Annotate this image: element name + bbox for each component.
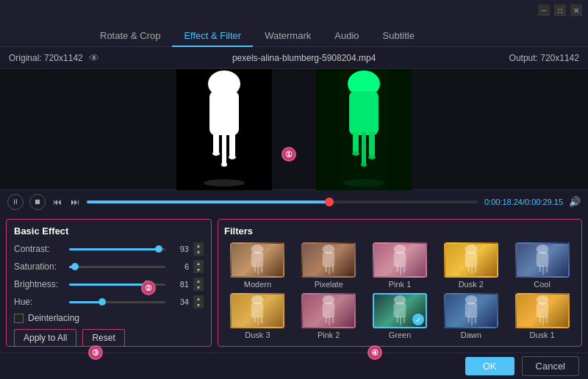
filter-label: Cool: [534, 280, 551, 289]
filter-item-pink-1[interactable]: Pink 1: [367, 242, 434, 289]
svg-rect-57: [261, 316, 263, 323]
filter-label: Green: [389, 331, 412, 339]
brightness-slider-container: 81 ▲ ▼: [69, 278, 204, 291]
prev-frame-button[interactable]: ⏮: [51, 195, 63, 209]
svg-rect-78: [536, 303, 548, 317]
maximize-button[interactable]: □: [554, 4, 566, 16]
svg-rect-73: [467, 316, 470, 322]
brightness-increment[interactable]: ▲: [193, 278, 204, 284]
saturation-slider[interactable]: [69, 266, 165, 268]
minimize-button[interactable]: ─: [538, 4, 550, 16]
contrast-label: Contrast:: [14, 244, 69, 254]
contrast-value: 93: [168, 245, 189, 253]
filename: pexels-alina-blumberg-5908204.mp4: [232, 53, 376, 63]
tab-audio[interactable]: Audio: [323, 26, 370, 47]
brightness-row: Brightness: 81 ▲ ▼: [14, 278, 204, 291]
filter-item-pink-2[interactable]: Pink 2: [295, 293, 362, 339]
hue-slider[interactable]: [69, 301, 165, 303]
svg-rect-4: [222, 131, 226, 165]
original-resolution: Original: 720x1142: [9, 53, 83, 63]
contrast-stepper: ▲ ▼: [193, 242, 204, 256]
svg-rect-56: [257, 316, 259, 325]
svg-point-6: [212, 151, 220, 156]
saturation-stepper: ▲ ▼: [193, 260, 204, 273]
brightness-decrement[interactable]: ▼: [193, 284, 204, 291]
brightness-label: Brightness:: [14, 279, 69, 289]
svg-rect-3: [213, 131, 219, 154]
filter-thumb: ✓: [373, 293, 427, 328]
hue-fill: [69, 301, 102, 303]
svg-rect-44: [471, 265, 473, 275]
filter-item-cool[interactable]: Cool: [509, 242, 576, 289]
svg-rect-60: [323, 303, 335, 317]
filter-item-dusk-2[interactable]: Dusk 2: [437, 242, 504, 289]
reset-button[interactable]: Reset: [82, 329, 124, 347]
stop-button[interactable]: ⏹: [29, 194, 46, 210]
time-display: 0:00:18.24/0:00:29.15: [484, 198, 563, 206]
footer: OK Cancel: [0, 353, 588, 379]
filter-item-pixelate[interactable]: Pixelate: [295, 242, 362, 289]
svg-point-18: [368, 155, 376, 159]
contrast-thumb: [155, 245, 162, 253]
filters-grid: Modern Pixelate Pink 1 Dusk 2: [224, 242, 576, 339]
saturation-increment[interactable]: ▲: [193, 260, 204, 267]
action-buttons: Apply to All Reset: [14, 329, 204, 347]
brightness-value: 81: [168, 280, 189, 289]
hue-increment[interactable]: ▲: [193, 295, 204, 302]
ok-button[interactable]: OK: [465, 357, 514, 375]
svg-rect-48: [536, 252, 548, 267]
saturation-decrement[interactable]: ▼: [193, 267, 204, 273]
annotation-4: ④: [368, 345, 382, 360]
hue-decrement[interactable]: ▼: [193, 302, 204, 308]
filter-label: Dusk 1: [529, 331, 554, 339]
tabs-bar: Rotate & Crop Effect & Filter Watermark …: [0, 21, 588, 47]
filter-selected-check: ✓: [412, 314, 424, 325]
brightness-fill: [69, 284, 147, 286]
deinterlacing-checkbox[interactable]: [14, 314, 24, 323]
deinterlacing-row: Deinterlacing: [14, 313, 204, 323]
eye-icon[interactable]: 👁: [89, 52, 99, 64]
filter-item-dawn[interactable]: Dawn: [437, 293, 504, 339]
tab-watermark[interactable]: Watermark: [253, 26, 323, 47]
filter-item-dusk-3[interactable]: Dusk 3: [224, 293, 291, 339]
contrast-slider[interactable]: [69, 248, 165, 250]
file-info-bar: Original: 720x1142 👁 pexels-alina-blumbe…: [0, 47, 588, 69]
svg-rect-30: [323, 252, 335, 267]
filter-item-modern[interactable]: Modern: [224, 242, 291, 289]
progress-bar[interactable]: [87, 201, 478, 203]
svg-rect-33: [332, 265, 334, 272]
cancel-button[interactable]: Cancel: [522, 356, 579, 376]
svg-rect-32: [329, 265, 330, 275]
saturation-thumb: [71, 263, 79, 270]
contrast-decrement[interactable]: ▼: [193, 249, 204, 256]
next-frame-button[interactable]: ⏭: [69, 195, 81, 209]
annotation-1: ①: [282, 147, 296, 162]
svg-rect-37: [396, 265, 398, 272]
svg-rect-38: [400, 265, 401, 275]
svg-rect-43: [467, 265, 470, 272]
saturation-row: Saturation: 6 ▲ ▼: [14, 260, 204, 273]
filter-item-green[interactable]: ✓Green: [367, 293, 434, 339]
effect-panel-title: Basic Effect: [14, 225, 204, 237]
volume-icon[interactable]: 🔊: [569, 196, 581, 207]
tab-effect-filter[interactable]: Effect & Filter: [172, 26, 253, 47]
filter-thumb: [444, 242, 498, 278]
tab-subtitle[interactable]: Subtitle: [371, 26, 426, 47]
filter-thumb: [515, 242, 570, 278]
filter-item-dusk-1[interactable]: Dusk 1: [509, 293, 576, 339]
filter-thumb: [230, 242, 284, 278]
tab-rotate-crop[interactable]: Rotate & Crop: [88, 26, 172, 47]
svg-rect-68: [400, 316, 401, 325]
contrast-slider-container: 93 ▲ ▼: [69, 242, 204, 256]
output-resolution: Output: 720x1142: [509, 53, 579, 63]
annotation-2: ②: [141, 281, 156, 295]
svg-point-17: [361, 162, 367, 167]
apply-all-button[interactable]: Apply to All: [14, 329, 76, 347]
pause-button[interactable]: ⏸: [7, 194, 24, 210]
svg-point-8: [229, 155, 236, 159]
contrast-increment[interactable]: ▲: [193, 242, 204, 249]
svg-rect-61: [326, 316, 328, 322]
svg-rect-67: [396, 316, 398, 322]
svg-rect-75: [474, 316, 476, 323]
close-button[interactable]: ✕: [570, 4, 582, 16]
